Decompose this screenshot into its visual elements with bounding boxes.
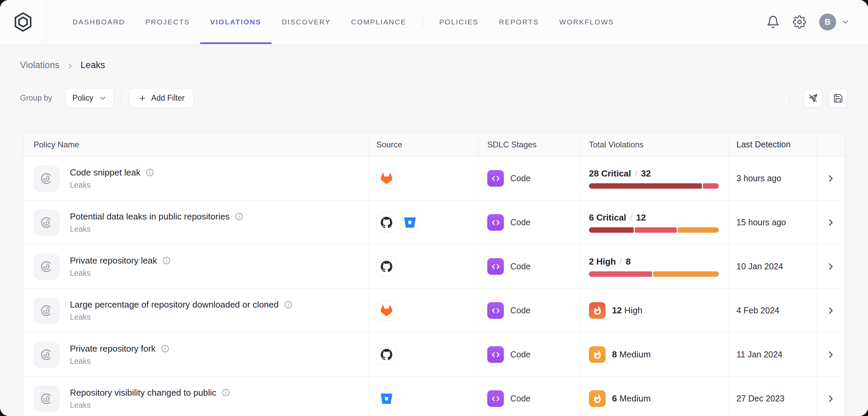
app-window: DASHBOARD PROJECTS VIOLATIONS DISCOVERY … <box>0 0 868 416</box>
nav-item-compliance[interactable]: COMPLIANCE <box>341 0 417 44</box>
row-actions-cell <box>816 289 845 332</box>
notifications-bell-icon[interactable] <box>766 15 780 29</box>
policy-name: Potential data leaks in public repositor… <box>70 211 230 222</box>
group-by-select[interactable]: Policy <box>65 88 114 108</box>
toolbar-right-divider <box>790 92 790 105</box>
last-detection: 3 hours ago <box>729 157 816 200</box>
info-icon[interactable] <box>221 388 230 397</box>
bitbucket-icon <box>376 389 396 409</box>
toolbar-divider <box>121 92 122 105</box>
nav-item-projects[interactable]: PROJECTS <box>135 0 200 44</box>
policy-category: Leaks <box>70 269 171 278</box>
info-icon[interactable] <box>235 212 243 221</box>
nav-item-dashboard[interactable]: DASHBOARD <box>62 0 135 44</box>
primary-nav: DASHBOARD PROJECTS VIOLATIONS DISCOVERY … <box>62 0 624 44</box>
sdlc-stage-label: Code <box>510 394 531 403</box>
chevron-right-icon[interactable] <box>826 350 836 360</box>
sdlc-stage-label: Code <box>510 306 531 315</box>
sdlc-cell: Code <box>478 333 580 376</box>
column-header-sdlc-stages: SDLC Stages <box>478 133 580 156</box>
chevron-right-icon[interactable] <box>826 217 836 228</box>
settings-gear-icon[interactable] <box>793 15 806 29</box>
violations-summary: 6 Critical/12 <box>589 212 719 233</box>
source-cell <box>369 289 478 332</box>
save-icon <box>833 93 843 103</box>
code-stage-icon <box>487 390 504 407</box>
info-icon[interactable] <box>162 256 171 265</box>
bitbucket-icon <box>400 212 420 232</box>
nav-item-reports[interactable]: REPORTS <box>489 0 549 44</box>
policy-cell: Large percentage of repository downloade… <box>23 289 369 332</box>
violations-cell: 8 Medium <box>580 333 729 376</box>
avatar[interactable]: B <box>819 14 836 30</box>
select-chevron-down-icon <box>99 94 107 102</box>
sdlc-stage-label: Code <box>510 217 531 227</box>
policy-name: Code snippet leak <box>70 167 140 178</box>
info-icon[interactable] <box>284 300 293 309</box>
save-view-button[interactable] <box>829 89 848 108</box>
add-filter-button[interactable]: Add Filter <box>129 88 194 108</box>
github-icon <box>376 256 396 276</box>
add-filter-label: Add Filter <box>151 93 184 103</box>
policy-category: Leaks <box>70 181 154 190</box>
violations-table: Policy NameSourceSDLC StagesTotal Violat… <box>23 132 845 416</box>
chevron-right-icon[interactable] <box>826 262 836 272</box>
chevron-right-icon[interactable] <box>826 394 836 404</box>
table-row[interactable]: Code snippet leak Leaks Code 28 Critical… <box>23 157 845 201</box>
user-menu[interactable]: B <box>819 14 850 30</box>
avatar-chevron-down-icon <box>841 18 850 26</box>
policy-text: Code snippet leak Leaks <box>70 167 154 190</box>
policy-cell: Repository visibility changed to public … <box>23 377 369 416</box>
policy-name: Repository visibility changed to public <box>70 388 216 398</box>
column-header-last-detection: Last Detection <box>729 133 816 156</box>
chevron-right-icon[interactable] <box>826 306 836 316</box>
sdlc-stage-label: Code <box>510 350 531 359</box>
nav-item-label: POLICIES <box>439 18 478 26</box>
severity-bar <box>589 183 719 189</box>
plus-icon <box>138 94 146 102</box>
topbar-actions: B <box>766 0 868 44</box>
nav-item-violations[interactable]: VIOLATIONS <box>200 0 272 44</box>
table-row[interactable]: Repository visibility changed to public … <box>23 377 845 416</box>
violations-summary: 28 Critical/32 <box>589 168 719 189</box>
severity-bar <box>589 227 719 233</box>
column-header-actions <box>816 133 845 156</box>
table-row[interactable]: Private repository leak Leaks Code 2 Hig… <box>23 245 845 289</box>
violations-summary: 6 Medium <box>589 390 651 407</box>
sdlc-cell: Code <box>478 377 580 416</box>
send-slash-button[interactable] <box>804 89 823 108</box>
last-detection: 11 Jan 2024 <box>729 333 816 376</box>
chevron-right-icon[interactable] <box>826 173 836 184</box>
policy-icon <box>34 210 59 235</box>
row-actions-cell <box>816 377 845 416</box>
last-detection: 27 Dec 2023 <box>729 377 816 416</box>
table-row[interactable]: Private repository fork Leaks Code 8 Med… <box>23 333 845 377</box>
filter-bar: Group by Policy Add Filter <box>0 88 868 108</box>
info-icon[interactable] <box>161 344 170 353</box>
nav-item-workflows[interactable]: WORKFLOWS <box>549 0 624 44</box>
nav-item-policies[interactable]: POLICIES <box>429 0 489 44</box>
table-row[interactable]: Large percentage of repository downloade… <box>23 289 845 333</box>
row-actions-cell <box>816 157 845 200</box>
source-cell <box>369 157 478 200</box>
top-bar: DASHBOARD PROJECTS VIOLATIONS DISCOVERY … <box>0 0 868 44</box>
severity-bar <box>589 271 719 277</box>
sdlc-stage-label: Code <box>510 173 531 183</box>
brand-logo[interactable] <box>0 0 46 44</box>
policy-name: Private repository leak <box>70 255 157 266</box>
source-cell <box>369 201 478 244</box>
policy-icon <box>34 342 59 368</box>
nav-item-discovery[interactable]: DISCOVERY <box>272 0 341 44</box>
source-cell <box>369 245 478 288</box>
breadcrumb-violations[interactable]: Violations <box>20 60 60 70</box>
violations-summary: 12 High <box>589 302 643 319</box>
policy-category: Leaks <box>70 401 230 410</box>
info-icon[interactable] <box>145 168 154 177</box>
nav-item-label: PROJECTS <box>145 18 190 26</box>
policy-icon <box>34 298 59 324</box>
table-row[interactable]: Potential data leaks in public repositor… <box>23 201 845 245</box>
github-icon <box>376 345 396 365</box>
policy-name: Private repository fork <box>70 344 156 354</box>
policy-name: Large percentage of repository downloade… <box>70 299 279 310</box>
sdlc-cell: Code <box>478 201 580 244</box>
